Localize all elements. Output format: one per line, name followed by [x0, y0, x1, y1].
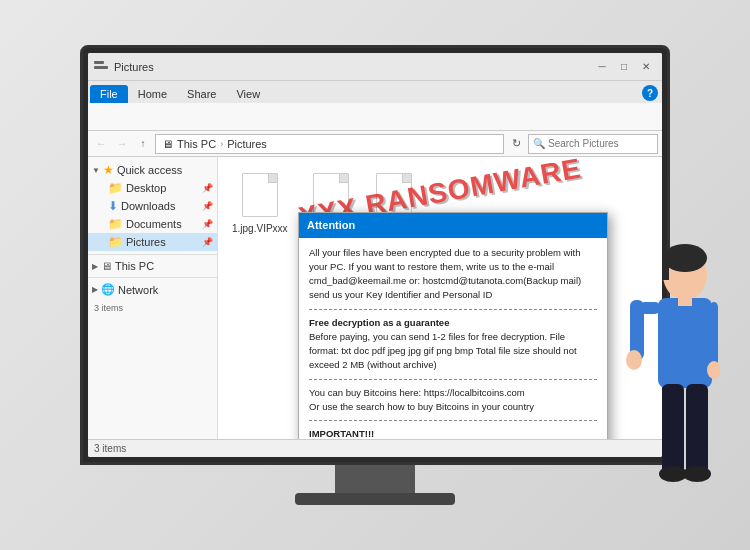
file-explorer: Pictures ─ □ ✕ File Home Share View ? — [88, 53, 662, 457]
ransom-important-title: IMPORTANT!!! — [309, 427, 597, 439]
pin-icon-dl: 📌 — [202, 201, 213, 211]
quick-access-header[interactable]: ▼ ★ Quick access — [88, 161, 217, 179]
svg-rect-2 — [663, 258, 669, 280]
path-computer-icon: 🖥 — [162, 138, 173, 150]
help-button[interactable]: ? — [642, 85, 658, 101]
svg-rect-11 — [686, 384, 708, 474]
network-section: ▶ 🌐 Network — [88, 281, 217, 298]
ransom-free-title: Free decryption as a guarantee — [309, 316, 597, 330]
ransom-popup: Attention All your files have been encry… — [298, 212, 608, 439]
network-header[interactable]: ▶ 🌐 Network — [88, 281, 217, 298]
file-name-1: 1.jpg.VIPxxx — [232, 223, 288, 234]
content-area: XXX RANSOMWARE 1.jpg.VIPxxx — [218, 157, 662, 439]
title-bar: Pictures ─ □ ✕ — [88, 53, 662, 81]
ransom-divider-1 — [309, 309, 597, 310]
refresh-button[interactable]: ↻ — [507, 135, 525, 153]
folder-docs-icon: 📁 — [108, 217, 123, 231]
svg-point-1 — [663, 244, 707, 272]
screen-content: Pictures ─ □ ✕ File Home Share View ? — [88, 53, 662, 457]
this-pc-label: This PC — [115, 260, 154, 272]
svg-rect-4 — [678, 296, 692, 306]
quick-access-label: Quick access — [117, 164, 182, 176]
sidebar-divider-2 — [88, 277, 217, 278]
ransom-bitcoin-2: Or use the search how to buy Bitcoins in… — [309, 400, 597, 414]
monitor-stand — [335, 465, 415, 495]
address-path[interactable]: 🖥 This PC › Pictures — [155, 134, 504, 154]
ransom-divider-2 — [309, 379, 597, 380]
ransom-popup-header: Attention — [299, 213, 607, 238]
status-bar: 3 items — [88, 439, 662, 457]
title-bar-controls: ─ □ ✕ — [592, 59, 656, 75]
ransom-popup-body: All your files have been encrypted due t… — [299, 238, 607, 440]
sidebar-downloads-label: Downloads — [121, 200, 175, 212]
svg-point-13 — [683, 466, 711, 482]
sidebar-desktop-label: Desktop — [126, 182, 166, 194]
ransom-intro: All your files have been encrypted due t… — [309, 246, 597, 303]
ransom-intro-text: All your files have been encrypted due t… — [309, 247, 581, 301]
ransom-free-section: Free decryption as a guarantee Before pa… — [309, 316, 597, 373]
sidebar-documents-label: Documents — [126, 218, 182, 230]
sidebar: ▼ ★ Quick access 📁 Desktop 📌 ⬇ Downloads — [88, 157, 218, 439]
file-page-1 — [242, 173, 278, 217]
item-count: 3 items — [88, 300, 217, 316]
tab-view[interactable]: View — [226, 85, 270, 103]
person-illustration — [610, 240, 720, 520]
path-sep: › — [220, 139, 223, 149]
network-label: Network — [118, 284, 158, 296]
sidebar-item-pictures[interactable]: 📁 Pictures 📌 — [88, 233, 217, 251]
window-title: Pictures — [114, 61, 592, 73]
minimize-button[interactable]: ─ — [592, 59, 612, 75]
address-bar: ← → ↑ 🖥 This PC › Pictures ↻ 🔍 — [88, 131, 662, 157]
network-icon: 🌐 — [101, 283, 115, 296]
sidebar-item-documents[interactable]: 📁 Documents 📌 — [88, 215, 217, 233]
back-button[interactable]: ← — [92, 135, 110, 153]
main-area: ▼ ★ Quick access 📁 Desktop 📌 ⬇ Downloads — [88, 157, 662, 439]
ransom-bitcoin-section: You can buy Bitcoins here: https://local… — [309, 386, 597, 415]
quick-access-section: ▼ ★ Quick access 📁 Desktop 📌 ⬇ Downloads — [88, 161, 217, 251]
this-pc-section: ▶ 🖥 This PC — [88, 258, 217, 274]
svg-point-7 — [626, 350, 642, 370]
up-button[interactable]: ↑ — [134, 135, 152, 153]
chevron-right-icon: ▶ — [92, 262, 98, 271]
ransom-divider-3 — [309, 420, 597, 421]
monitor-base — [295, 493, 455, 505]
folder-pics-icon: 📁 — [108, 235, 123, 249]
title-bar-icon — [94, 61, 110, 73]
pin-icon: 📌 — [202, 183, 213, 193]
monitor: Pictures ─ □ ✕ File Home Share View ? — [65, 45, 685, 505]
svg-point-12 — [659, 466, 687, 482]
search-box[interactable]: 🔍 — [528, 134, 658, 154]
sidebar-pictures-label: Pictures — [126, 236, 166, 248]
sidebar-item-desktop[interactable]: 📁 Desktop 📌 — [88, 179, 217, 197]
folder-dl-icon: ⬇ — [108, 199, 118, 213]
tab-share[interactable]: Share — [177, 85, 226, 103]
ribbon-content — [88, 103, 662, 131]
folder-icon: 📁 — [108, 181, 123, 195]
pin-icon-docs: 📌 — [202, 219, 213, 229]
ransom-bitcoin-1: You can buy Bitcoins here: https://local… — [309, 386, 597, 400]
this-pc-header[interactable]: ▶ 🖥 This PC — [88, 258, 217, 274]
svg-rect-10 — [662, 384, 684, 474]
tab-home[interactable]: Home — [128, 85, 177, 103]
ribbon: File Home Share View ? — [88, 81, 662, 131]
file-item-1[interactable]: 1.jpg.VIPxxx — [228, 167, 292, 238]
close-button[interactable]: ✕ — [636, 59, 656, 75]
ransom-free-body: Before paying, you can send 1-2 files fo… — [309, 331, 577, 371]
forward-button[interactable]: → — [113, 135, 131, 153]
sidebar-divider-1 — [88, 254, 217, 255]
path-this-pc: This PC — [177, 138, 216, 150]
sidebar-item-downloads[interactable]: ⬇ Downloads 📌 — [88, 197, 217, 215]
maximize-button[interactable]: □ — [614, 59, 634, 75]
status-item-count: 3 items — [94, 443, 126, 454]
search-input[interactable] — [548, 138, 653, 149]
ribbon-tabs: File Home Share View ? — [88, 81, 662, 103]
search-icon: 🔍 — [533, 138, 545, 149]
chevron-right-icon-2: ▶ — [92, 285, 98, 294]
tab-file[interactable]: File — [90, 85, 128, 103]
computer-icon: 🖥 — [101, 260, 112, 272]
file-icon-large-1 — [240, 171, 280, 219]
path-pictures: Pictures — [227, 138, 267, 150]
star-icon: ★ — [103, 163, 114, 177]
chevron-down-icon: ▼ — [92, 166, 100, 175]
ransom-important-section: IMPORTANT!!! Remember that your files ar… — [309, 427, 597, 439]
